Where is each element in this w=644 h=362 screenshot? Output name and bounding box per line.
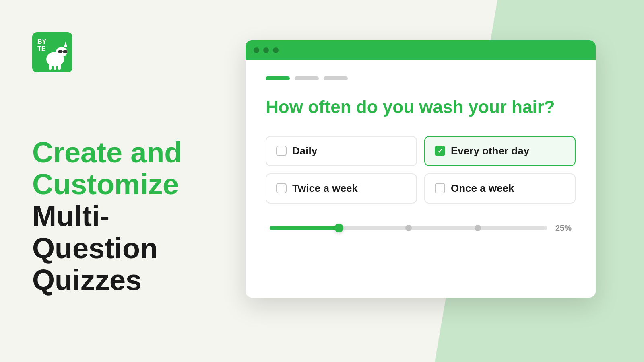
svg-marker-4 — [64, 41, 67, 47]
checkbox-twice-a-week[interactable] — [276, 183, 287, 193]
slider-thumb[interactable] — [334, 224, 343, 232]
browser-dot-3 — [273, 47, 279, 53]
checkbox-once-a-week[interactable] — [435, 183, 445, 193]
logo-box: BY TE — [32, 32, 72, 72]
slider-marker-50 — [405, 225, 412, 231]
svg-rect-6 — [63, 50, 67, 53]
headline-line-4: Quizzes — [32, 264, 233, 296]
logo-icon: BY TE — [34, 34, 70, 70]
svg-rect-9 — [54, 64, 56, 70]
option-once-a-week[interactable]: Once a week — [424, 173, 576, 204]
headline-line-1: Create and — [32, 137, 233, 169]
browser-dot-1 — [254, 47, 259, 53]
slider-fill — [270, 226, 339, 230]
progress-indicators — [266, 76, 576, 80]
option-label-every-other-day: Every other day — [451, 145, 529, 157]
slider-marker-75 — [475, 225, 481, 231]
svg-text:BY: BY — [37, 38, 47, 45]
headline-line-2: Customize — [32, 169, 233, 200]
svg-rect-8 — [49, 64, 52, 70]
option-label-once-a-week: Once a week — [451, 182, 514, 195]
progress-step-2 — [295, 76, 319, 80]
slider-area: 25% — [266, 224, 576, 233]
headline-line-3: Multi-Question — [32, 200, 233, 264]
question-text: How often do you wash your hair? — [266, 97, 576, 118]
slider-percent-label: 25% — [555, 224, 572, 233]
checkbox-every-other-day[interactable]: ✓ — [435, 146, 445, 156]
svg-rect-10 — [58, 64, 61, 70]
checkbox-daily[interactable] — [276, 146, 287, 156]
options-grid: Daily ✓ Every other day Twice a week Onc… — [266, 136, 576, 204]
option-every-other-day[interactable]: ✓ Every other day — [424, 136, 576, 166]
logo-area: BY TE — [32, 32, 72, 72]
browser-window: How often do you wash your hair? Daily ✓… — [246, 40, 596, 298]
option-label-twice-a-week: Twice a week — [292, 182, 358, 195]
browser-content: How often do you wash your hair? Daily ✓… — [246, 60, 596, 249]
headline-section: Create and Customize Multi-Question Quiz… — [32, 137, 233, 296]
svg-rect-5 — [58, 50, 62, 53]
browser-titlebar — [246, 40, 596, 60]
option-twice-a-week[interactable]: Twice a week — [266, 173, 417, 204]
option-daily[interactable]: Daily — [266, 136, 417, 166]
slider-track[interactable] — [270, 226, 547, 230]
svg-text:TE: TE — [37, 45, 46, 52]
progress-step-3 — [324, 76, 348, 80]
checkmark-icon: ✓ — [438, 147, 443, 155]
browser-dot-2 — [263, 47, 269, 53]
option-label-daily: Daily — [292, 145, 317, 157]
progress-step-1 — [266, 76, 290, 80]
